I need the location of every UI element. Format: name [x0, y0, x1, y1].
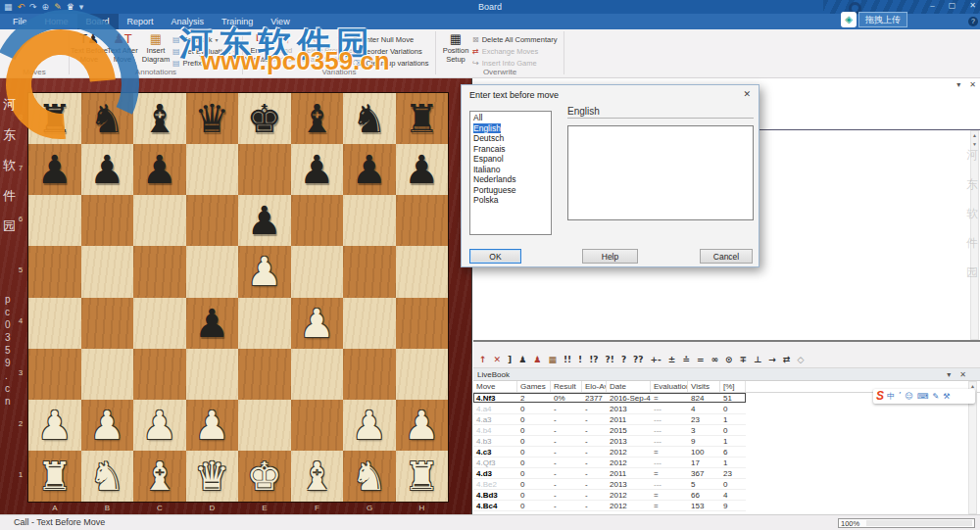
square-f7[interactable]: ♟	[291, 144, 344, 195]
square-d7[interactable]	[186, 144, 239, 195]
square-a8[interactable]: ♜	[28, 93, 81, 144]
livebook-row-4c3[interactable]: 4.c30--2012=1006	[473, 447, 746, 458]
black-pawn-piece[interactable]: ♟	[133, 144, 186, 195]
livebook-row-4a4[interactable]: 4.a40--2013---40	[473, 404, 746, 414]
column-header-date[interactable]: Date	[607, 381, 651, 392]
language-option-portuguese[interactable]: Portuguese	[470, 185, 551, 196]
square-e7[interactable]	[238, 144, 291, 195]
white-knight-piece[interactable]: ♞	[81, 451, 134, 502]
language-option-english[interactable]: English	[470, 123, 551, 134]
square-a6[interactable]	[28, 195, 81, 246]
scroll-down-icon[interactable]: ▼	[971, 140, 978, 149]
square-h7[interactable]: ♟	[396, 144, 449, 195]
black-pawn-piece[interactable]: ♟	[81, 144, 134, 195]
black-pawn-piece[interactable]: ♟	[291, 144, 344, 195]
tab-report[interactable]: Report	[119, 14, 163, 29]
square-g5[interactable]	[343, 246, 396, 297]
annotation-symbol-15[interactable]: =	[697, 355, 705, 364]
black-rook-piece[interactable]: ♜	[28, 93, 81, 144]
panel-close-icon[interactable]: ✕	[969, 80, 976, 89]
square-e3[interactable]	[238, 349, 291, 400]
square-h3[interactable]	[396, 349, 449, 400]
square-b5[interactable]	[81, 246, 134, 297]
white-knight-piece[interactable]: ♞	[343, 451, 396, 502]
square-e8[interactable]: ♚	[238, 93, 291, 144]
white-pawn-piece[interactable]: ♟	[396, 400, 449, 451]
enter-variation-button[interactable]: ↳ Enter Variation	[246, 30, 272, 69]
square-f6[interactable]	[291, 195, 344, 246]
square-b7[interactable]: ♟	[81, 144, 134, 195]
language-option-polska[interactable]: Polska	[470, 195, 551, 206]
black-pawn-piece[interactable]: ♟	[238, 195, 291, 246]
square-c4[interactable]	[133, 298, 186, 349]
annotation-symbol-22[interactable]: ◇	[797, 355, 804, 364]
square-d2[interactable]: ♟	[186, 400, 239, 451]
square-g4[interactable]	[343, 298, 396, 349]
annotation-symbol-19[interactable]: ⊥	[754, 355, 761, 364]
column-header-eloav[interactable]: Elo-Av	[582, 381, 607, 392]
ime-icon-1[interactable]: ’	[899, 389, 902, 404]
column-header-evaluation[interactable]: Evaluation	[651, 381, 688, 392]
ime-icon-0[interactable]: 中	[887, 389, 895, 404]
square-g6[interactable]	[343, 195, 396, 246]
language-option-francais[interactable]: Francais	[470, 144, 551, 155]
square-b1[interactable]: ♞	[81, 451, 134, 502]
annotation-symbol-3[interactable]: ♟	[518, 355, 526, 364]
close-icon[interactable]: ✕	[969, 0, 976, 12]
black-pawn-piece[interactable]: ♟	[28, 144, 81, 195]
help-button[interactable]: Help	[582, 249, 638, 264]
square-e6[interactable]: ♟	[238, 195, 291, 246]
square-c1[interactable]: ♝	[133, 451, 186, 502]
square-d5[interactable]	[186, 246, 239, 297]
drag-upload-overlay[interactable]: ◈ 拖拽上传	[841, 11, 907, 27]
black-bishop-piece[interactable]: ♝	[291, 93, 344, 144]
black-king-piece[interactable]: ♚	[238, 93, 291, 144]
black-pawn-piece[interactable]: ♟	[343, 144, 396, 195]
annotation-symbol-2[interactable]: ]	[508, 355, 512, 364]
notation-scrollbar[interactable]: ▲ ▼	[970, 130, 979, 340]
set-evaluation-button[interactable]: ▤ Set Evaluation ▾	[172, 45, 236, 57]
ime-icon-4[interactable]: ✎	[932, 389, 939, 404]
column-header-visits[interactable]: Visits	[688, 381, 720, 392]
square-g1[interactable]: ♞	[343, 451, 396, 502]
black-pawn-piece[interactable]: ♟	[396, 144, 449, 195]
square-b4[interactable]	[81, 298, 134, 349]
annotation-symbol-4[interactable]: ♟	[533, 355, 541, 364]
square-f1[interactable]: ♝	[291, 451, 344, 502]
end-variation-button[interactable]: ↰ End Variation	[272, 30, 299, 69]
livebook-row-4Nf3[interactable]: 4.Nf320%23772016-Sep-4=82451	[473, 393, 746, 404]
square-f3[interactable]	[291, 349, 344, 400]
tab-board[interactable]: Board	[77, 14, 119, 29]
square-f8[interactable]: ♝	[291, 93, 344, 144]
set-mark-button[interactable]: ▤ Set Mark ▾	[172, 33, 236, 45]
annotation-symbol-5[interactable]: ▦	[548, 355, 557, 364]
annotation-symbol-17[interactable]: ⊙	[725, 355, 733, 364]
cancel-button[interactable]: Cancel	[700, 249, 753, 264]
language-option-all[interactable]: All	[470, 113, 551, 123]
square-c6[interactable]	[133, 195, 186, 246]
annotation-symbol-10[interactable]: ?	[621, 355, 626, 364]
livebook-row-4d3[interactable]: 4.d30--2011=36723	[473, 468, 746, 479]
promote-variation-button[interactable]: ↑ Promote Variation	[325, 30, 352, 69]
annotation-symbol-13[interactable]: ±	[668, 355, 676, 364]
reorder-variations-button[interactable]: ⇅ Reorder Variations	[352, 45, 429, 57]
language-listbox[interactable]: AllEnglishDeutschFrancaisEspanolItaliano…	[469, 111, 552, 235]
square-d8[interactable]: ♛	[186, 93, 239, 144]
ime-toolbar[interactable]: S 中’☺⌨✎⚒	[873, 389, 975, 404]
square-f4[interactable]: ♟	[291, 298, 344, 349]
square-d1[interactable]: ♛	[186, 451, 239, 502]
square-g8[interactable]: ♞	[343, 93, 396, 144]
language-option-espanol[interactable]: Espanol	[470, 154, 551, 165]
square-b3[interactable]	[81, 349, 134, 400]
annotation-symbol-12[interactable]: +-	[651, 355, 662, 364]
square-e2[interactable]	[238, 400, 291, 451]
tab-home[interactable]: Home	[36, 14, 77, 29]
help-icon[interactable]: ?	[968, 17, 978, 26]
ime-logo-icon[interactable]: S	[876, 389, 884, 404]
black-rook-piece[interactable]: ♜	[396, 93, 449, 144]
text-before-move-button[interactable]: T♟ Text Before Move	[73, 30, 106, 69]
column-header-result[interactable]: Result	[551, 381, 582, 392]
square-g2[interactable]: ♟	[343, 400, 396, 451]
annotation-symbol-18[interactable]: ∓	[740, 355, 748, 364]
square-c3[interactable]	[133, 349, 186, 400]
